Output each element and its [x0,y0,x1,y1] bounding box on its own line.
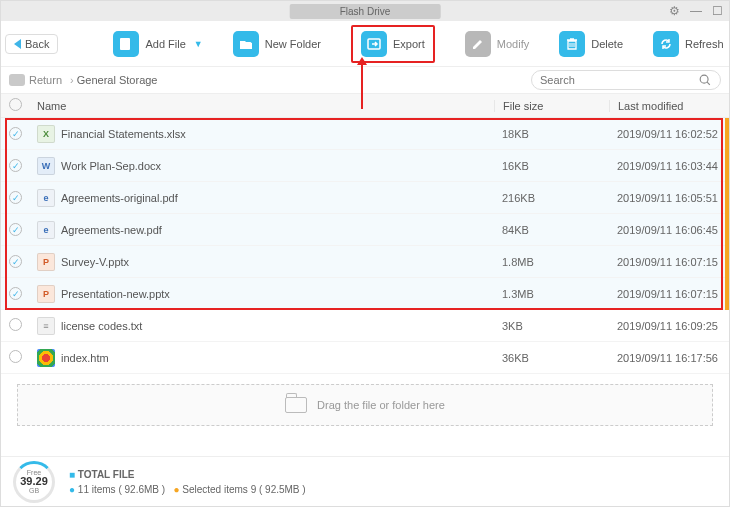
modify-button[interactable]: Modify [465,31,529,57]
file-modified: 2019/09/11 16:05:51 [609,192,729,204]
file-modified: 2019/09/11 16:07:15 [609,256,729,268]
file-name: index.htm [61,352,109,364]
table-row[interactable]: PPresentation-new.pptx1.3MB2019/09/11 16… [1,278,729,310]
file-type-icon: e [37,221,55,239]
select-all-checkbox[interactable] [9,98,22,111]
file-size: 84KB [494,224,609,236]
row-checkbox[interactable] [9,159,22,172]
col-size[interactable]: File size [494,100,609,112]
svg-text:+: + [249,37,254,46]
file-size: 18KB [494,128,609,140]
back-arrow-icon [14,39,21,49]
file-type-icon: P [37,253,55,271]
return-label: Return [29,74,62,86]
add-file-icon [113,31,139,57]
file-type-icon: P [37,285,55,303]
titlebar: Flash Drive ⚙ — ☐ [1,1,729,21]
return-button[interactable]: Return [9,74,62,86]
maximize-button[interactable]: ☐ [712,4,723,18]
file-name: Agreements-new.pdf [61,224,162,236]
minimize-button[interactable]: — [690,4,702,18]
refresh-label: Refresh [685,38,724,50]
back-button[interactable]: Back [5,34,58,54]
row-checkbox[interactable] [9,255,22,268]
export-icon [361,31,387,57]
dropdown-caret-icon: ▼ [194,39,203,49]
col-modified[interactable]: Last modified [609,100,729,112]
file-type-icon: X [37,125,55,143]
row-checkbox[interactable] [9,350,22,363]
file-name: Survey-V.pptx [61,256,129,268]
file-modified: 2019/09/11 16:06:45 [609,224,729,236]
search-input[interactable] [540,74,698,86]
col-name[interactable]: Name [29,100,494,112]
selected-stats: Selected items 9 ( 92.5MB ) [182,484,305,495]
file-name: Presentation-new.pptx [61,288,170,300]
delete-icon [559,31,585,57]
file-name: license codes.txt [61,320,142,332]
row-checkbox[interactable] [9,318,22,331]
file-type-icon [37,349,55,367]
file-modified: 2019/09/11 16:09:25 [609,320,729,332]
refresh-icon [653,31,679,57]
free-space-gauge: Free 39.29 GB [13,461,55,503]
file-modified: 2019/09/11 16:03:44 [609,160,729,172]
row-checkbox[interactable] [9,287,22,300]
export-label: Export [393,38,425,50]
file-size: 16KB [494,160,609,172]
file-size: 216KB [494,192,609,204]
return-icon [9,74,25,86]
modify-label: Modify [497,38,529,50]
selection-bar [725,118,729,310]
table-row[interactable]: WWork Plan-Sep.docx16KB2019/09/11 16:03:… [1,150,729,182]
delete-label: Delete [591,38,623,50]
total-file-label: TOTAL FILE [78,469,135,480]
row-checkbox[interactable] [9,127,22,140]
file-size: 1.3MB [494,288,609,300]
new-folder-icon: + [233,31,259,57]
free-unit: GB [29,487,39,494]
refresh-button[interactable]: Refresh [653,31,724,57]
table-row[interactable]: ≡license codes.txt3KB2019/09/11 16:09:25 [1,310,729,342]
svg-rect-0 [120,38,130,50]
file-size: 3KB [494,320,609,332]
row-checkbox[interactable] [9,191,22,204]
new-folder-label: New Folder [265,38,321,50]
row-checkbox[interactable] [9,223,22,236]
table-row[interactable]: PSurvey-V.pptx1.8MB2019/09/11 16:07:15 [1,246,729,278]
add-file-button[interactable]: Add File ▼ [113,31,202,57]
file-list: XFinancial Statements.xlsx18KB2019/09/11… [1,118,729,374]
new-folder-button[interactable]: + New Folder [233,31,321,57]
modify-icon [465,31,491,57]
table-row[interactable]: eAgreements-new.pdf84KB2019/09/11 16:06:… [1,214,729,246]
add-file-label: Add File [145,38,185,50]
file-name: Financial Statements.xlsx [61,128,186,140]
file-type-icon: ≡ [37,317,55,335]
window-title: Flash Drive [290,4,441,19]
file-modified: 2019/09/11 16:17:56 [609,352,729,364]
breadcrumb-path[interactable]: General Storage [70,74,157,86]
table-row[interactable]: XFinancial Statements.xlsx18KB2019/09/11… [1,118,729,150]
settings-icon[interactable]: ⚙ [669,4,680,18]
file-name: Agreements-original.pdf [61,192,178,204]
svg-point-3 [700,75,708,83]
table-header: Name File size Last modified [1,94,729,118]
callout-arrow [361,63,363,109]
table-row[interactable]: index.htm36KB2019/09/11 16:17:56 [1,342,729,374]
dropzone-text: Drag the file or folder here [317,399,445,411]
footer: Free 39.29 GB ■ TOTAL FILE ● 11 items ( … [1,456,729,506]
file-name: Work Plan-Sep.docx [61,160,161,172]
delete-button[interactable]: Delete [559,31,623,57]
search-box[interactable] [531,70,721,90]
back-label: Back [25,38,49,50]
dropzone[interactable]: Drag the file or folder here [17,384,713,426]
free-value: 39.29 [20,476,48,487]
total-stats: 11 items ( 92.6MB ) [78,484,165,495]
table-row[interactable]: eAgreements-original.pdf216KB2019/09/11 … [1,182,729,214]
search-icon [698,73,712,87]
file-size: 36KB [494,352,609,364]
file-type-icon: e [37,189,55,207]
file-modified: 2019/09/11 16:07:15 [609,288,729,300]
file-size: 1.8MB [494,256,609,268]
breadcrumb-bar: Return General Storage [1,66,729,94]
